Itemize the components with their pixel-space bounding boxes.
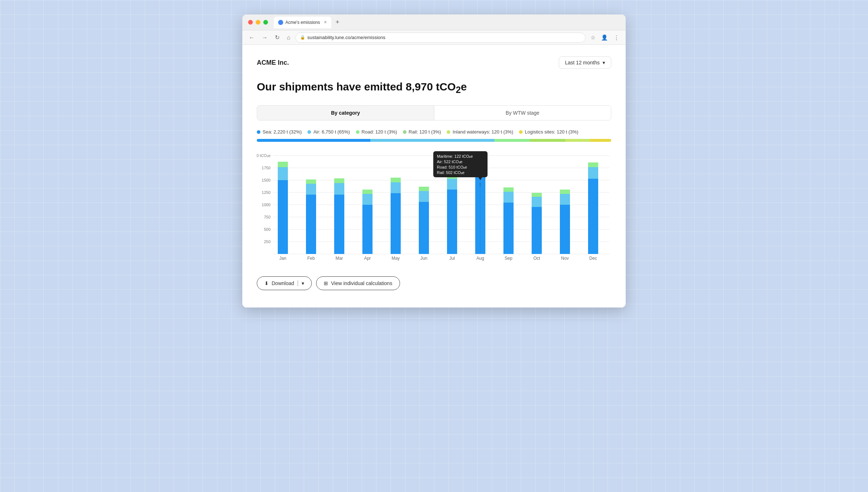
bar-jul-air	[447, 179, 457, 190]
menu-button[interactable]: ⋮	[612, 33, 621, 42]
svg-text:Air: 522 tCO₂e: Air: 522 tCO₂e	[437, 160, 463, 164]
bar-jan-air	[278, 167, 288, 180]
bar-feb-sea	[306, 195, 316, 254]
bar-nov-road	[560, 190, 570, 194]
tab-by-category[interactable]: By category	[257, 106, 434, 120]
view-label: View individual calculations	[331, 280, 392, 286]
maximize-button[interactable]	[263, 20, 268, 25]
close-button[interactable]	[248, 20, 253, 25]
legend-label-sea: Sea: 2,220 t (32%)	[263, 129, 302, 135]
svg-text:Nov: Nov	[561, 256, 569, 261]
bookmark-button[interactable]: ☆	[588, 33, 597, 42]
bar-apr-road	[362, 190, 373, 194]
chevron-down-icon: ▾	[603, 60, 605, 65]
bar-oct-sea	[532, 207, 542, 254]
bar-dec-sea	[588, 179, 598, 254]
page-title: Our shipments have emitted 8,970 tCO2e	[257, 80, 611, 95]
svg-text:1750: 1750	[262, 166, 271, 170]
svg-text:Jan: Jan	[279, 256, 286, 261]
forward-button[interactable]: →	[260, 33, 270, 42]
legend-item-road: Road: 120 t (3%)	[356, 129, 397, 135]
address-bar[interactable]: 🔒 sustainability.lune.co/acme/emissions	[295, 33, 586, 43]
tab-favicon	[278, 20, 283, 25]
download-button[interactable]: ⬇ Download ▾	[257, 276, 312, 290]
chart-tabs: By category By WTW stage	[257, 105, 611, 120]
legend-label-rail: Rail: 120 t (3%)	[409, 129, 441, 135]
legend-dot-rail	[403, 130, 407, 134]
traffic-lights	[248, 20, 268, 25]
bar-jun-air	[419, 191, 429, 202]
svg-text:Feb: Feb	[307, 256, 315, 261]
chart-container: 2000 tCO₂e 1750 1500 1250 1000 750 500 2…	[257, 150, 611, 268]
color-bar-sea	[257, 139, 370, 142]
action-buttons: ⬇ Download ▾ ⊞ View individual calculati…	[257, 276, 611, 290]
svg-text:Dec: Dec	[589, 256, 597, 261]
toolbar-actions: ☆ 👤 ⋮	[588, 33, 621, 42]
bar-sep-road	[503, 187, 514, 192]
legend-dot-air	[307, 130, 311, 134]
bar-jun-road	[419, 187, 429, 191]
back-button[interactable]: ←	[247, 33, 257, 42]
minimize-button[interactable]	[256, 20, 260, 25]
download-label: Download	[272, 280, 294, 286]
legend-dot-road	[356, 130, 359, 134]
browser-toolbar: ← → ↻ ⌂ 🔒 sustainability.lune.co/acme/em…	[242, 30, 626, 45]
legend-label-inland: Inland waterways: 120 t (3%)	[452, 129, 513, 135]
color-bar	[257, 139, 611, 142]
bar-sep-sea	[503, 203, 514, 254]
svg-text:Jul: Jul	[449, 256, 455, 261]
bar-feb-road	[306, 179, 316, 184]
bar-oct-road	[532, 193, 542, 197]
bar-jul-sea	[447, 190, 457, 254]
title-prefix: Our shipments have emitted 8,970 tCO	[257, 81, 456, 93]
bar-mar-air	[334, 183, 344, 195]
legend-item-sea: Sea: 2,220 t (32%)	[257, 129, 302, 135]
reload-button[interactable]: ↻	[273, 33, 282, 42]
new-tab-button[interactable]: +	[333, 18, 342, 26]
svg-text:↕: ↕	[479, 181, 481, 187]
bar-may-air	[391, 182, 401, 193]
svg-text:Apr: Apr	[364, 256, 371, 261]
page-header: ACME Inc. Last 12 months ▾	[257, 56, 611, 69]
bar-feb-air	[306, 184, 316, 195]
home-button[interactable]: ⌂	[285, 33, 293, 42]
bar-jun-sea	[419, 202, 429, 254]
bar-mar-sea	[334, 195, 344, 254]
bar-dec-road	[588, 162, 598, 167]
legend-item-air: Air: 6,750 t (65%)	[307, 129, 350, 135]
active-tab[interactable]: Acme's emissions ✕	[274, 17, 331, 28]
color-bar-inland	[565, 139, 590, 142]
lock-icon: 🔒	[300, 35, 305, 40]
color-bar-road	[494, 139, 530, 142]
period-label: Last 12 months	[565, 60, 600, 65]
bar-jan-road	[278, 162, 288, 167]
period-selector[interactable]: Last 12 months ▾	[559, 56, 611, 69]
bar-apr-sea	[362, 205, 373, 254]
profile-button[interactable]: 👤	[599, 33, 610, 42]
svg-text:2000 tCO₂e: 2000 tCO₂e	[257, 153, 271, 158]
legend-label-air: Air: 6,750 t (65%)	[313, 129, 350, 135]
bar-chart: 2000 tCO₂e 1750 1500 1250 1000 750 500 2…	[257, 150, 611, 266]
tab-label: Acme's emissions	[285, 20, 320, 25]
bar-may-road	[391, 178, 401, 182]
view-calculations-button[interactable]: ⊞ View individual calculations	[316, 276, 400, 290]
legend-item-inland: Inland waterways: 120 t (3%)	[447, 129, 513, 135]
bar-oct-air	[532, 197, 542, 207]
legend-dot-inland	[447, 130, 450, 134]
bar-sep-air	[503, 192, 514, 203]
legend-label-logistics: Logistics sites: 120 t (3%)	[525, 129, 578, 135]
browser-tabs: Acme's emissions ✕ +	[274, 17, 620, 28]
bar-nov-air	[560, 194, 570, 205]
download-icon: ⬇	[264, 280, 269, 286]
svg-text:500: 500	[264, 227, 271, 232]
tab-close-icon[interactable]: ✕	[324, 20, 327, 25]
color-bar-air	[370, 139, 494, 142]
svg-text:Aug: Aug	[476, 256, 484, 261]
tab-by-wtw[interactable]: By WTW stage	[434, 106, 611, 120]
bar-apr-air	[362, 194, 373, 205]
bar-nov-sea	[560, 205, 570, 254]
svg-text:1500: 1500	[262, 178, 271, 182]
page-content: ACME Inc. Last 12 months ▾ Our shipments…	[242, 45, 626, 308]
title-sub: 2	[456, 85, 461, 95]
browser-window: Acme's emissions ✕ + ← → ↻ ⌂ 🔒 sustainab…	[242, 14, 626, 308]
